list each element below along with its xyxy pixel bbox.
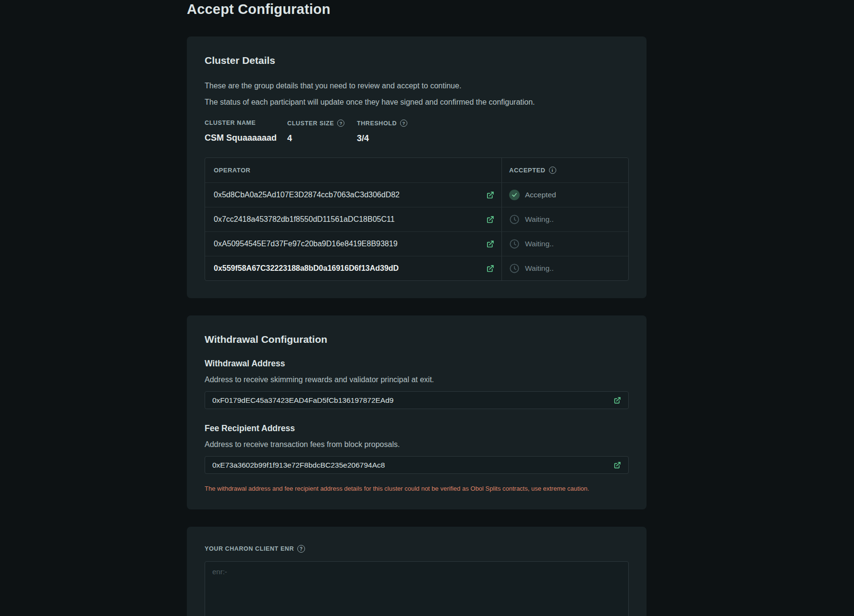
external-link-icon[interactable] — [485, 239, 495, 249]
status-waiting: Waiting.. — [509, 263, 554, 274]
operator-row: 0x7cc2418a453782db1f8550dD11561aDC18B05C… — [205, 207, 628, 231]
clock-icon — [509, 214, 520, 225]
charon-enr-label: YOUR CHARON CLIENT ENR ? — [205, 545, 629, 553]
status-waiting: Waiting.. — [509, 214, 554, 225]
status-cell: Waiting.. — [501, 232, 628, 256]
status-cell: Waiting.. — [501, 256, 628, 280]
clock-icon — [509, 239, 520, 249]
fee-recipient-label: Fee Recipient Address — [205, 423, 629, 434]
operators-table: OPERATOR ACCEPTED i 0x5d8CbA0a25Ad107E3D… — [205, 157, 629, 281]
external-link-icon[interactable] — [612, 396, 622, 405]
withdrawal-address-label: Withdrawal Address — [205, 359, 629, 369]
external-link-icon[interactable] — [612, 460, 622, 470]
threshold-value: 3/4 — [357, 133, 407, 144]
check-icon — [509, 190, 520, 200]
operator-header-label: OPERATOR — [214, 167, 250, 174]
operator-address: 0xA50954545E7d37Fe97c20ba9D16e8419E8B938… — [214, 240, 485, 248]
withdrawal-address-value: 0xF0179dEC45a37423EAD4FaD5fCb136197872EA… — [212, 396, 612, 405]
operator-cell: 0x5d8CbA0a25Ad107E3D2874ccb7063aC3d306dD… — [205, 183, 501, 207]
fee-recipient-address-value: 0xE73a3602b99f1f913e72F8bdcBC235e206794A… — [212, 461, 612, 470]
operator-header-cell: OPERATOR — [205, 158, 501, 182]
page-title: Accept Configuration — [187, 1, 647, 17]
charon-enr-input[interactable] — [205, 561, 629, 616]
accepted-header-label: ACCEPTED — [509, 167, 546, 174]
withdrawal-address-box: 0xF0179dEC45a37423EAD4FaD5fCb136197872EA… — [205, 391, 629, 409]
cluster-details-heading: Cluster Details — [205, 55, 629, 66]
accepted-header-cell: ACCEPTED i — [501, 158, 628, 182]
external-link-icon[interactable] — [485, 264, 495, 273]
cluster-details-description-1: These are the group details that you nee… — [205, 82, 629, 90]
operator-address: 0x7cc2418a453782db1f8550dD11561aDC18B05C… — [214, 215, 485, 224]
status-text: Waiting.. — [525, 240, 554, 248]
cluster-size-column: CLUSTER SIZE ? 4 — [287, 120, 357, 144]
cluster-name-column: CLUSTER NAME CSM Squaaaaaad — [205, 120, 287, 144]
status-waiting: Waiting.. — [509, 239, 554, 249]
withdrawal-address-description: Address to receive skimming rewards and … — [205, 375, 629, 384]
cluster-details-card: Cluster Details These are the group deta… — [187, 36, 647, 298]
status-text: Accepted — [525, 191, 556, 199]
cluster-summary: CLUSTER NAME CSM Squaaaaaad CLUSTER SIZE… — [205, 120, 629, 144]
status-text: Waiting.. — [525, 264, 554, 273]
status-accepted: Accepted — [509, 190, 556, 200]
accept-configuration-page: Accept Configuration Cluster Details The… — [187, 0, 647, 616]
question-icon[interactable]: ? — [337, 120, 344, 127]
cluster-size-label: CLUSTER SIZE ? — [287, 120, 357, 127]
operator-cell: 0xA50954545E7d37Fe97c20ba9D16e8419E8B938… — [205, 232, 501, 256]
status-text: Waiting.. — [525, 215, 554, 224]
status-cell: Waiting.. — [501, 207, 628, 231]
operator-row-self: 0x559f58A67C32223188a8bD0a16916D6f13Ad39… — [205, 256, 628, 280]
operator-row: 0x5d8CbA0a25Ad107E3D2874ccb7063aC3d306dD… — [205, 182, 628, 207]
fee-recipient-address-box: 0xE73a3602b99f1f913e72F8bdcBC235e206794A… — [205, 456, 629, 474]
cluster-size-value: 4 — [287, 133, 357, 144]
question-glyph: ? — [340, 121, 342, 126]
operators-table-header: OPERATOR ACCEPTED i — [205, 158, 628, 182]
splits-verification-warning: The withdrawal address and fee recipient… — [205, 485, 629, 492]
threshold-column: THRESHOLD ? 3/4 — [357, 120, 407, 144]
threshold-label-text: THRESHOLD — [357, 120, 397, 127]
cluster-name-label: CLUSTER NAME — [205, 120, 287, 126]
cluster-details-description-2: The status of each participant will upda… — [205, 98, 629, 107]
cluster-size-label-text: CLUSTER SIZE — [287, 120, 334, 127]
question-icon[interactable]: ? — [400, 120, 407, 127]
operator-cell: 0x559f58A67C32223188a8bD0a16916D6f13Ad39… — [205, 256, 501, 280]
withdrawal-configuration-card: Withdrawal Configuration Withdrawal Addr… — [187, 315, 647, 509]
operator-cell: 0x7cc2418a453782db1f8550dD11561aDC18B05C… — [205, 207, 501, 231]
question-glyph: ? — [300, 546, 303, 552]
clock-icon — [509, 263, 520, 274]
operator-address: 0x5d8CbA0a25Ad107E3D2874ccb7063aC3d306dD… — [214, 191, 485, 199]
info-glyph: i — [551, 168, 553, 173]
cluster-name-value: CSM Squaaaaaad — [205, 133, 287, 143]
fee-recipient-description: Address to receive transaction fees from… — [205, 440, 629, 449]
external-link-icon[interactable] — [485, 190, 495, 200]
withdrawal-configuration-heading: Withdrawal Configuration — [205, 334, 629, 345]
status-cell: Accepted — [501, 183, 628, 207]
threshold-label: THRESHOLD ? — [357, 120, 407, 127]
operator-address: 0x559f58A67C32223188a8bD0a16916D6f13Ad39… — [214, 264, 485, 273]
question-icon[interactable]: ? — [297, 545, 305, 553]
charon-enr-label-text: YOUR CHARON CLIENT ENR — [205, 545, 294, 552]
charon-enr-card: YOUR CHARON CLIENT ENR ? — [187, 527, 647, 616]
question-glyph: ? — [402, 121, 405, 126]
operator-row: 0xA50954545E7d37Fe97c20ba9D16e8419E8B938… — [205, 231, 628, 256]
info-icon[interactable]: i — [549, 167, 556, 174]
external-link-icon[interactable] — [485, 215, 495, 224]
